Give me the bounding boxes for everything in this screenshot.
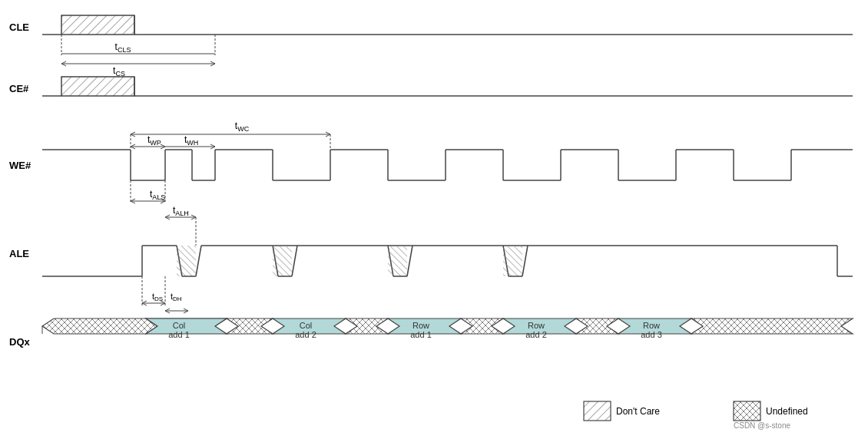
svg-rect-55 xyxy=(388,246,407,276)
svg-text:add 1: add 1 xyxy=(410,330,432,339)
ale-label: ALE xyxy=(9,248,29,259)
svg-rect-46 xyxy=(177,246,196,276)
cle-label: CLE xyxy=(9,21,29,33)
row-add-2: Row xyxy=(528,321,545,330)
svg-rect-10 xyxy=(61,77,134,96)
col-add-2: Col xyxy=(300,321,313,330)
we-label: WE# xyxy=(9,160,31,171)
svg-text:add 2: add 2 xyxy=(525,330,547,339)
svg-rect-59 xyxy=(503,246,522,276)
attribution-label: CSDN @s-stone xyxy=(734,421,790,430)
svg-rect-4 xyxy=(0,0,868,439)
undefined-legend-label: Undefined xyxy=(766,406,808,417)
svg-marker-82 xyxy=(691,319,853,334)
row-add-1: Row xyxy=(412,321,429,330)
dont-care-legend-box xyxy=(584,401,611,421)
svg-text:add 1: add 1 xyxy=(168,330,190,339)
row-add-3: Row xyxy=(643,321,660,330)
svg-text:add 2: add 2 xyxy=(295,330,316,339)
dont-care-legend-label: Don't Care xyxy=(616,406,660,417)
svg-text:add 3: add 3 xyxy=(641,330,662,339)
dqx-label: DQx xyxy=(9,336,31,348)
undefined-legend-box xyxy=(734,401,760,421)
svg-rect-6 xyxy=(61,15,134,35)
timing-diagram: CLE CE# WE# ALE DQx xyxy=(0,0,868,439)
col-add-1: Col xyxy=(173,321,186,330)
svg-rect-51 xyxy=(273,246,292,276)
ce-label: CE# xyxy=(9,83,29,94)
svg-marker-64 xyxy=(42,319,157,334)
